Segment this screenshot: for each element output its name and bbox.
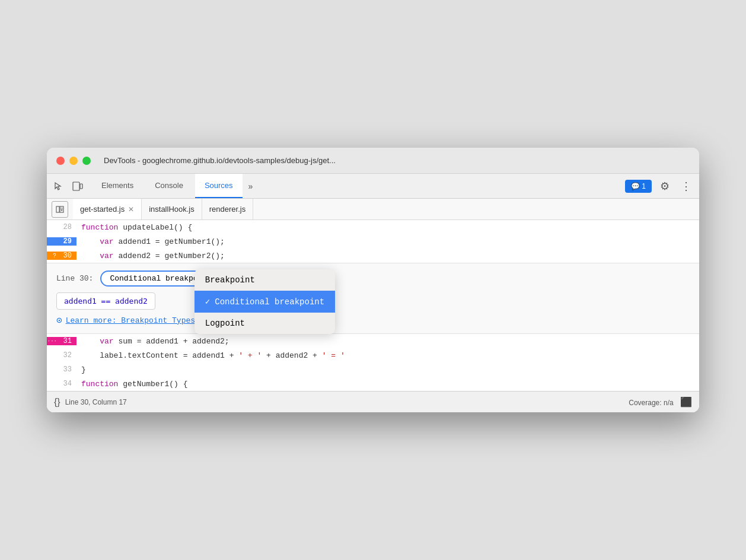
code-line-31: ··· 31 var sum = addend1 + addend2; (47, 334, 699, 348)
status-right: Coverage: n/a ⬛ (629, 396, 692, 408)
line-content-34: function getNumber1() { (76, 380, 187, 389)
menu-item-logpoint[interactable]: Logpoint (195, 313, 335, 334)
devtools-body: Elements Console Sources » 💬 1 ⚙ ⋮ (47, 174, 699, 412)
gutter-34[interactable]: 34 (47, 380, 76, 388)
menu-item-breakpoint[interactable]: Breakpoint (195, 269, 335, 291)
code-line-34: 34 function getNumber1() { (47, 377, 699, 391)
more-options-button[interactable]: ⋮ (678, 178, 694, 195)
file-tab-renderer[interactable]: renderer.js (202, 199, 253, 219)
file-tab-installhook[interactable]: installHook.js (142, 199, 202, 219)
cursor-icon[interactable] (52, 179, 66, 193)
menu-item-label: Logpoint (205, 319, 245, 328)
main-tab-bar: Elements Console Sources » 💬 1 ⚙ ⋮ (47, 174, 699, 199)
settings-button[interactable]: ⚙ (656, 178, 673, 195)
line-content-32: label.textContent = addend1 + ' + ' + ad… (76, 351, 345, 360)
tab-console[interactable]: Console (145, 174, 193, 198)
traffic-lights (56, 157, 91, 165)
device-toggle-icon[interactable] (71, 179, 85, 193)
status-left: {} Line 30, Column 17 (54, 397, 127, 408)
gutter-29[interactable]: 29 (47, 237, 76, 246)
tab-sources[interactable]: Sources (195, 174, 243, 198)
svg-rect-1 (80, 184, 82, 189)
line-content-30: var addend2 = getNumber2(); (76, 252, 225, 260)
popup-row: Line 30: Conditional breakpoint ▾ Breakp… (56, 271, 690, 287)
learn-more-section: ⊙ Learn more: Breakpoint Types (56, 314, 690, 326)
cursor-position: Line 30, Column 17 (65, 398, 127, 406)
line-content-29: var addend1 = getNumber1(); (76, 237, 225, 246)
status-bar: {} Line 30, Column 17 Coverage: n/a ⬛ (47, 391, 699, 412)
svg-rect-2 (56, 206, 59, 212)
svg-rect-0 (73, 182, 79, 190)
coverage-label: Coverage: n/a (629, 399, 673, 407)
gutter-28[interactable]: 28 (47, 223, 76, 231)
line-content-28: function updateLabel() { (76, 223, 192, 232)
svg-marker-5 (60, 209, 63, 211)
file-tabs: get-started.js ✕ installHook.js renderer… (47, 199, 699, 220)
menu-item-label: Breakpoint (205, 275, 255, 285)
close-button[interactable] (56, 157, 65, 165)
popup-line-label: Line 30: (56, 274, 93, 283)
notification-button[interactable]: 💬 1 (625, 180, 652, 193)
breakpoint-type-dropdown[interactable]: Conditional breakpoint ▾ Breakpoint ✓ Co… (100, 271, 229, 287)
close-tab-icon[interactable]: ✕ (128, 205, 134, 214)
more-tabs-button[interactable]: » (245, 182, 257, 191)
tab-bar-right: 💬 1 ⚙ ⋮ (625, 178, 694, 195)
breakpoint-popup: Line 30: Conditional breakpoint ▾ Breakp… (47, 263, 699, 334)
code-line-28: 28 function updateLabel() { (47, 220, 699, 234)
code-editor: 28 function updateLabel() { 29 var adden… (47, 220, 699, 391)
tab-elements[interactable]: Elements (92, 174, 143, 198)
code-line-33: 33 } (47, 362, 699, 377)
gutter-30[interactable]: ? 30 (47, 252, 76, 260)
checkmark-icon: ✓ (205, 297, 210, 307)
toolbar-icons (52, 179, 85, 193)
window-title: DevTools - googlechrome.github.io/devtoo… (104, 156, 336, 165)
minimize-button[interactable] (69, 157, 78, 165)
gutter-31[interactable]: ··· 31 (47, 337, 76, 345)
drawer-toggle[interactable]: ⬛ (680, 397, 692, 407)
line-content-31: var sum = addend1 + addend2; (76, 337, 229, 346)
circle-arrow-icon: ⊙ (56, 314, 62, 326)
breakpoint-type-menu: Breakpoint ✓ Conditional breakpoint Logp… (195, 269, 335, 334)
gutter-33[interactable]: 33 (47, 365, 76, 374)
title-bar: DevTools - googlechrome.github.io/devtoo… (47, 148, 699, 174)
code-line-32: 32 label.textContent = addend1 + ' + ' +… (47, 348, 699, 362)
menu-item-label: Conditional breakpoint (215, 297, 324, 307)
code-line-29: 29 var addend1 = getNumber1(); (47, 234, 699, 249)
line-content-33: } (76, 365, 86, 374)
maximize-button[interactable] (82, 157, 91, 165)
pretty-print-icon[interactable]: {} (54, 397, 60, 408)
code-line-30: ? 30 var addend2 = getNumber2(); (47, 249, 699, 263)
devtools-window: DevTools - googlechrome.github.io/devtoo… (47, 148, 699, 412)
learn-more-link[interactable]: Learn more: Breakpoint Types (66, 316, 195, 325)
condition-input[interactable]: addend1 == addend2 (56, 292, 155, 310)
menu-item-conditional[interactable]: ✓ Conditional breakpoint (195, 291, 335, 313)
panel-icon[interactable] (52, 201, 68, 218)
file-tab-get-started[interactable]: get-started.js ✕ (73, 199, 142, 219)
gutter-32[interactable]: 32 (47, 351, 76, 359)
